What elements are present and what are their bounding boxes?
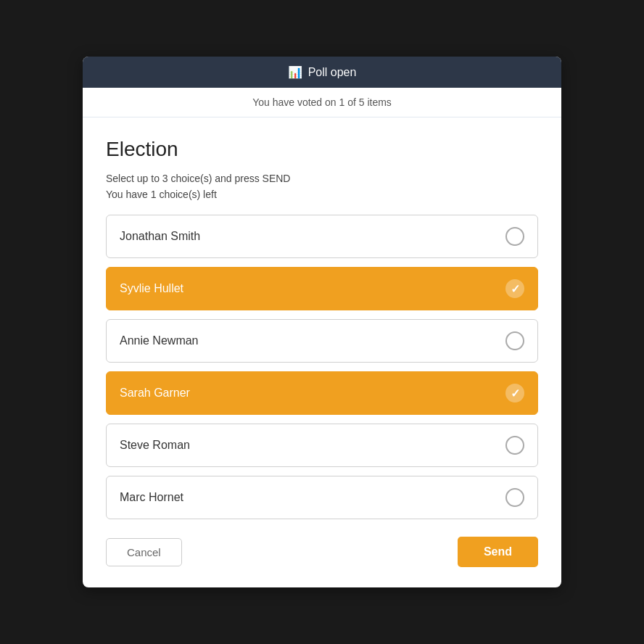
choice-radio-2: ✓ [505,279,524,298]
choice-item-6[interactable]: Marc Hornet [106,476,538,519]
poll-actions: Cancel Send [106,537,538,567]
choice-radio-6 [505,488,524,507]
choice-label-2: Syvlie Hullet [120,282,183,295]
choice-item-3[interactable]: Annie Newman [106,319,538,363]
choice-label-6: Marc Hornet [120,491,183,504]
choice-radio-5 [505,436,524,455]
choice-label-5: Steve Roman [120,439,190,452]
poll-modal: 📊 Poll open You have voted on 1 of 5 ite… [83,57,561,587]
choices-list: Jonathan SmithSyvlie Hullet✓Annie Newman… [106,215,538,519]
choice-radio-3 [505,331,524,350]
poll-title: Election [106,138,538,161]
poll-header: 📊 Poll open [83,57,561,88]
poll-body: Election Select up to 3 choice(s) and pr… [83,117,561,587]
choice-radio-4: ✓ [505,384,524,402]
choice-label-3: Annie Newman [120,334,199,347]
poll-choices-left: You have 1 choice(s) left [106,189,538,200]
poll-instruction: Select up to 3 choice(s) and press SEND [106,173,538,184]
choice-item-1[interactable]: Jonathan Smith [106,215,538,258]
voted-status: You have voted on 1 of 5 items [252,96,392,108]
check-icon-2: ✓ [511,282,520,296]
choice-label-1: Jonathan Smith [120,230,200,243]
cancel-button[interactable]: Cancel [106,538,182,566]
choice-item-5[interactable]: Steve Roman [106,424,538,467]
choice-item-2[interactable]: Syvlie Hullet✓ [106,267,538,310]
choice-label-4: Sarah Garner [120,387,190,400]
choice-radio-1 [505,227,524,246]
poll-icon: 📊 [288,65,302,79]
poll-subheader: You have voted on 1 of 5 items [83,88,561,117]
check-icon-4: ✓ [511,387,520,400]
send-button[interactable]: Send [458,537,538,567]
poll-header-title: Poll open [308,66,357,79]
choice-item-4[interactable]: Sarah Garner✓ [106,371,538,415]
